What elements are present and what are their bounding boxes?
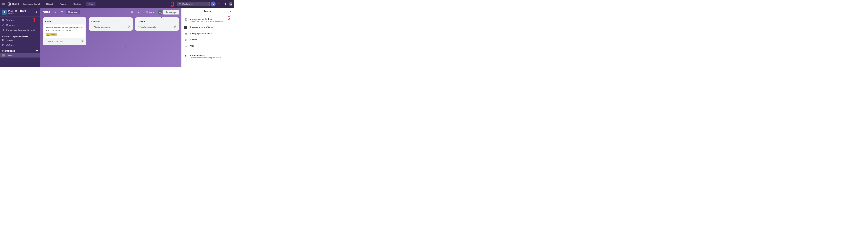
share-button[interactable]: Partager bbox=[163, 10, 179, 15]
add-board-button[interactable]: + bbox=[36, 49, 38, 53]
list-menu-button[interactable]: ⋯ bbox=[80, 19, 84, 23]
trello-logo-icon bbox=[8, 3, 11, 6]
menu-item-more[interactable]: ⋯ Plus bbox=[181, 43, 234, 50]
red-dot-marker bbox=[161, 17, 162, 18]
menu-item-automation[interactable]: Automatisation Automatiser les cartes et… bbox=[181, 53, 234, 61]
powerups-button[interactable] bbox=[129, 10, 135, 15]
list-menu-button[interactable]: ⋯ bbox=[126, 19, 130, 23]
template-icon[interactable] bbox=[128, 26, 130, 29]
nav-starred[interactable]: Favoris bbox=[58, 2, 71, 6]
gear-icon bbox=[2, 29, 5, 32]
template-icon[interactable] bbox=[82, 40, 84, 43]
trello-logo[interactable]: Trello bbox=[6, 2, 20, 6]
nav-templates[interactable]: Modèles bbox=[71, 2, 85, 6]
chevron-down-icon bbox=[82, 4, 83, 4]
svg-point-22 bbox=[166, 11, 167, 12]
view-switcher-board[interactable]: Tableau bbox=[66, 10, 80, 14]
board-title[interactable]: OBNL bbox=[42, 10, 51, 14]
star-button[interactable] bbox=[52, 10, 58, 15]
svg-rect-9 bbox=[3, 39, 4, 41]
sidebar-view-calendar[interactable]: Calendrier bbox=[0, 43, 40, 48]
chevron-down-icon bbox=[67, 4, 69, 4]
list-title[interactable]: Terminé bbox=[137, 20, 146, 22]
lists-container: À faire ⋯ Réaliser le menu de navigation… bbox=[40, 17, 181, 67]
menu-title: Menu bbox=[204, 10, 211, 13]
svg-rect-16 bbox=[61, 12, 63, 13]
sidebar-item-members[interactable]: Membres + bbox=[0, 22, 40, 28]
svg-point-7 bbox=[3, 24, 4, 25]
menu-item-background[interactable]: Changer le fond d'écran . bbox=[181, 25, 234, 31]
filter-button[interactable]: Filtre bbox=[144, 10, 155, 14]
svg-point-37 bbox=[185, 39, 187, 41]
search-input[interactable] bbox=[182, 3, 208, 5]
plus-icon: + bbox=[45, 40, 46, 43]
board-member-avatar[interactable]: KS bbox=[158, 10, 162, 15]
workspace-header: P Projet Web A2023 Gratuit bbox=[0, 8, 40, 17]
close-icon[interactable]: × bbox=[230, 9, 231, 13]
menu-item-about[interactable]: À propos de ce tableau Ajouter une descr… bbox=[181, 17, 234, 25]
menu-header: Menu × bbox=[181, 8, 234, 15]
add-card-button[interactable]: + Ajouter une carte bbox=[44, 39, 85, 44]
search-box[interactable] bbox=[178, 2, 210, 6]
visibility-button[interactable] bbox=[59, 10, 65, 15]
list-menu-button[interactable]: ⋯ bbox=[172, 19, 177, 23]
fields-icon bbox=[184, 32, 187, 35]
list-todo: À faire ⋯ Réaliser le menu de navigation… bbox=[42, 17, 87, 45]
list-title[interactable]: À faire bbox=[45, 20, 52, 22]
svg-rect-12 bbox=[3, 44, 4, 46]
sidebar-item-settings[interactable]: Paramètres d'espace de travail bbox=[0, 28, 40, 32]
list-in-progress: En cours ⋯ + Ajouter une carte bbox=[89, 17, 133, 31]
template-icon[interactable] bbox=[174, 26, 176, 29]
menu-panel: Menu × À propos de ce tableau Ajouter un… bbox=[181, 8, 234, 67]
sidebar-board-obnl[interactable]: OBNL bbox=[0, 53, 40, 58]
list-done: Terminé ⋯ + Ajouter une carte bbox=[135, 17, 179, 31]
svg-rect-34 bbox=[185, 33, 187, 33]
menu-item-custom-fields[interactable]: Champs personnalisés bbox=[181, 31, 234, 37]
svg-point-0 bbox=[180, 3, 181, 5]
automation-button[interactable] bbox=[136, 10, 142, 15]
card-text: Réaliser le menu de navigation principal… bbox=[46, 26, 83, 32]
theme-icon[interactable] bbox=[223, 2, 227, 6]
workspace-badge: P bbox=[2, 9, 7, 15]
nav-recent[interactable]: Récent bbox=[44, 2, 57, 6]
calendar-icon bbox=[2, 44, 5, 47]
help-icon[interactable] bbox=[217, 2, 221, 6]
board-icon bbox=[2, 19, 5, 22]
your-boards-heading: Vos tableaux + bbox=[0, 48, 40, 53]
notifications-icon[interactable] bbox=[211, 2, 216, 6]
sidebar: P Projet Web A2023 Gratuit Tableaux Memb… bbox=[0, 8, 40, 67]
board-icon bbox=[184, 18, 187, 21]
chevron-down-icon bbox=[82, 12, 84, 13]
account-avatar[interactable]: KS bbox=[228, 2, 232, 6]
chevron-down-icon bbox=[54, 4, 56, 4]
create-button[interactable]: Créer bbox=[86, 2, 96, 6]
sidebar-item-boards[interactable]: Tableaux bbox=[0, 18, 40, 23]
top-header: Trello Espaces de travail Récent Favoris… bbox=[0, 0, 234, 8]
chevron-left-icon bbox=[36, 11, 37, 13]
add-card-button[interactable]: + Ajouter une carte bbox=[90, 25, 131, 30]
due-date-badge[interactable]: 15 août bbox=[46, 33, 57, 36]
nav-workspaces[interactable]: Espaces de travail bbox=[21, 2, 44, 6]
add-member-button[interactable]: + bbox=[36, 23, 38, 27]
svg-line-1 bbox=[181, 4, 181, 5]
chevron-down-icon bbox=[36, 30, 38, 30]
list-title[interactable]: En cours bbox=[91, 20, 100, 22]
members-icon bbox=[2, 24, 5, 27]
add-card-button[interactable]: + Ajouter une carte bbox=[136, 25, 177, 30]
sidebar-collapse-button[interactable] bbox=[34, 10, 38, 14]
view-switcher-dropdown[interactable] bbox=[81, 11, 85, 14]
plus-icon: + bbox=[138, 26, 139, 28]
card[interactable]: Réaliser le menu de navigation principal… bbox=[44, 25, 85, 38]
sticker-icon bbox=[184, 38, 187, 42]
menu-item-stickers[interactable]: Stickers bbox=[181, 37, 234, 43]
svg-rect-35 bbox=[185, 33, 187, 34]
red-dot-marker bbox=[125, 46, 126, 47]
chevron-down-icon bbox=[40, 4, 42, 4]
more-icon: ⋯ bbox=[184, 45, 187, 48]
apps-switcher-icon[interactable] bbox=[1, 2, 6, 6]
board-header: OBNL Tableau Filtre KS bbox=[40, 8, 181, 17]
workspace-plan: Gratuit bbox=[8, 12, 34, 14]
table-icon bbox=[2, 39, 5, 42]
sidebar-view-table[interactable]: Tableur bbox=[0, 38, 40, 43]
search-icon bbox=[179, 3, 182, 5]
